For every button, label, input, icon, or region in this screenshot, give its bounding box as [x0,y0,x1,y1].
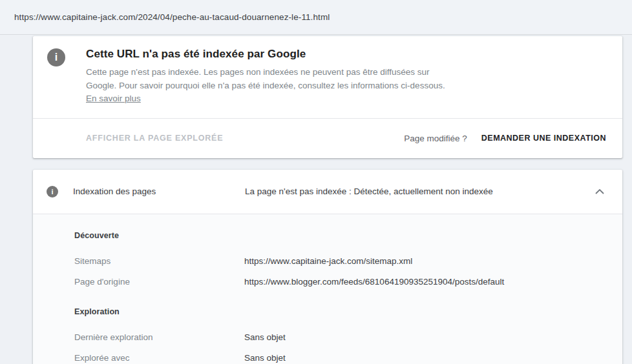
last-crawl-value: Sans objet [244,332,286,342]
status-card-actions: AFFICHER LA PAGE EXPLORÉE Page modifiée … [33,118,622,158]
status-description: Cette page n'est pas indexée. Les pages … [86,66,452,106]
learn-more-link[interactable]: En savoir plus [86,94,141,103]
referring-page-value: https://www.blogger.com/feeds/6810641909… [244,277,504,287]
page-indexing-card: i Indexation des pages La page n'est pas… [33,170,622,364]
page-content: i Cette URL n'a pas été indexée par Goog… [0,35,632,364]
page-indexing-details: Découverte Sitemaps https://www.capitain… [33,214,622,364]
url-inspection-bar: https://www.capitaine-jack.com/2024/04/p… [0,0,632,35]
page-indexing-status: La page n'est pas indexée : Détectée, ac… [245,187,593,196]
status-card-actions-right: Page modifiée ? DEMANDER UNE INDEXATION [404,134,606,143]
table-row: Dernière exploration Sans objet [74,332,607,342]
crawled-as-value: Sans objet [244,353,286,363]
status-description-text: Cette page n'est pas indexée. Les pages … [86,67,445,90]
crawled-as-label: Explorée avec [74,353,244,363]
status-card-text: Cette URL n'a pas été indexée par Google… [86,46,452,106]
sitemaps-label: Sitemaps [74,256,244,266]
table-row: Sitemaps https://www.capitaine-jack.com/… [74,256,607,266]
discovery-heading: Découverte [74,231,607,240]
last-crawl-label: Dernière exploration [74,332,244,342]
info-icon: i [47,186,58,197]
page-indexing-section-label: Indexation des pages [73,187,245,196]
info-icon: i [47,48,65,66]
status-title: Cette URL n'a pas été indexée par Google [86,48,452,61]
page-modified-label: Page modifiée ? [404,134,467,143]
view-crawled-page-button[interactable]: AFFICHER LA PAGE EXPLORÉE [86,134,223,143]
crawl-heading: Exploration [74,307,607,316]
table-row: Page d'origine https://www.blogger.com/f… [74,277,607,287]
url-status-card: i Cette URL n'a pas été indexée par Goog… [33,36,622,158]
status-card-body: i Cette URL n'a pas été indexée par Goog… [33,36,622,118]
inspected-url[interactable]: https://www.capitaine-jack.com/2024/04/p… [14,12,330,22]
referring-page-label: Page d'origine [74,277,244,287]
request-indexing-button[interactable]: DEMANDER UNE INDEXATION [481,134,606,143]
page-indexing-header[interactable]: i Indexation des pages La page n'est pas… [33,170,622,214]
chevron-up-icon[interactable] [593,187,607,197]
table-row: Explorée avec Sans objet [74,353,607,363]
sitemaps-value: https://www.capitaine-jack.com/sitemap.x… [244,256,412,266]
